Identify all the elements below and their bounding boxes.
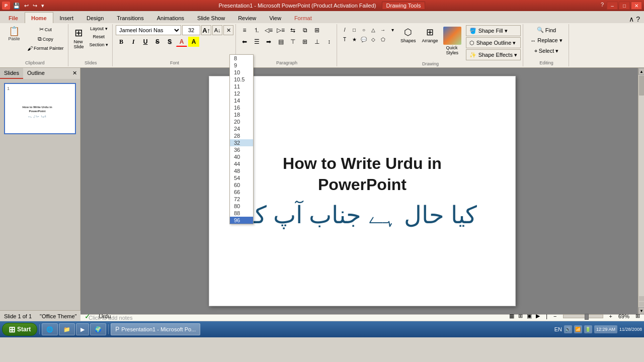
underline-button[interactable]: U [140,37,151,47]
shape-textbox[interactable]: T [340,35,349,44]
shape-star[interactable]: ★ [350,35,359,44]
shape-diamond[interactable]: ◇ [369,35,378,44]
font-size-14[interactable]: 14 [230,97,253,104]
quick-save-icon[interactable]: 💾 [13,3,20,9]
font-size-9[interactable]: 9 [230,62,253,69]
shape-triangle[interactable]: △ [369,25,378,34]
columns-button[interactable]: ⧉ [299,25,310,35]
font-size-down-button[interactable]: A↓ [212,25,222,35]
taskbar-ie-button[interactable]: 🌐 [42,323,58,335]
select-button[interactable]: ⌖ Select ▾ [526,46,567,56]
slide-canvas[interactable]: How to Write Urdu inPowerPoint کیا حال ہ… [209,76,516,306]
font-size-16[interactable]: 16 [230,104,253,111]
italic-button[interactable]: I [128,37,139,47]
font-size-10-5[interactable]: 10.5 [230,76,253,83]
tab-slideshow[interactable]: Slide Show [191,12,231,23]
align-bottom-button[interactable]: ⊥ [311,37,323,47]
layout-button[interactable]: Layout ▾ [88,25,111,32]
numbering-button[interactable]: ⒈ [251,25,262,35]
align-middle-button[interactable]: ⊞ [299,37,310,47]
shapes-button[interactable]: ⬡ Shapes [398,25,419,45]
font-size-54[interactable]: 54 [230,174,253,182]
font-size-60[interactable]: 60 [230,182,253,189]
scroll-thumb[interactable] [639,75,644,96]
cut-button[interactable]: ✂ Cut [25,25,66,34]
shape-rect[interactable]: □ [350,25,359,34]
sys-tray-battery[interactable]: 🔋 [584,325,592,333]
font-size-dropdown[interactable]: 8 9 10 10.5 11 12 14 16 18 20 24 28 32 3… [229,54,254,224]
sys-tray-network[interactable]: 🔊 [564,325,572,333]
font-size-up-button[interactable]: A↑ [201,25,211,35]
font-size-72[interactable]: 72 [230,196,253,203]
reset-button[interactable]: Reset [88,33,111,40]
tab-insert[interactable]: Insert [53,12,80,23]
quick-styles-button[interactable]: QuickStyles [442,25,463,57]
font-size-24[interactable]: 24 [230,125,253,132]
font-size-11[interactable]: 11 [230,83,253,90]
sys-tray-volume[interactable]: 📶 [574,325,582,333]
tab-file[interactable]: File [2,12,25,23]
scroll-extra-2[interactable] [639,302,644,307]
shape-fill-button[interactable]: 🪣 Shape Fill ▾ [466,25,521,36]
tab-animations[interactable]: Animations [150,12,191,23]
shape-oval[interactable]: ○ [359,25,368,34]
taskbar-folder-button[interactable]: 📁 [59,323,75,335]
outline-tab[interactable]: Outline [23,68,49,79]
replace-button[interactable]: ↔ Replace ▾ [526,36,567,45]
maximize-button[interactable]: □ [619,2,630,10]
align-left-button[interactable]: ⬅ [239,37,250,47]
taskbar-media-button[interactable]: ▶ [76,323,89,335]
line-spacing-button[interactable]: ↕ [324,37,335,47]
help-ribbon-icon[interactable]: ? [636,15,640,23]
format-painter-button[interactable]: 🖌 Format Painter [25,44,66,52]
font-size-8[interactable]: 8 [230,55,253,62]
slide-panel-close-button[interactable]: ✕ [69,68,80,79]
find-button[interactable]: 🔍 Find [526,25,567,35]
font-size-input[interactable] [182,25,200,35]
ribbon-collapse-icon[interactable]: ∧ [629,15,634,23]
canvas-right-scrollbar[interactable]: ▲ ▼ [638,68,644,314]
zoom-slider[interactable] [563,314,603,318]
close-button[interactable]: ✕ [631,2,642,10]
redo-icon[interactable]: ↪ [33,3,37,9]
tab-review[interactable]: Review [231,12,263,23]
slide-thumbnail-1[interactable]: 1 How to Write Urdu inPowerPoint کیا حال… [4,83,76,134]
taskbar-ppt-button[interactable]: P Presentation1 - Microsoft Po... [111,323,200,335]
paste-button[interactable]: 📋 Paste [4,25,24,43]
undo-icon[interactable]: ↩ [24,3,29,9]
scroll-extra-1[interactable] [639,296,644,301]
scroll-down-button[interactable]: ▼ [638,307,644,314]
zoom-thumb[interactable] [585,314,589,320]
tab-format[interactable]: Format [288,12,318,23]
copy-button[interactable]: ⧉ Copy [25,35,66,43]
font-color-button[interactable]: A [176,37,187,47]
shape-pentagon[interactable]: ⬠ [378,35,387,44]
tab-home[interactable]: Home [25,12,53,23]
tab-transitions[interactable]: Transitions [110,12,150,23]
justify-button[interactable]: ▤ [275,37,286,47]
tab-design[interactable]: Design [80,12,110,23]
align-right-button[interactable]: ➡ [263,37,274,47]
scroll-up-button[interactable]: ▲ [638,68,644,75]
font-size-32[interactable]: 32 [230,139,253,146]
shadow-button[interactable]: S [164,37,175,47]
font-size-18[interactable]: 18 [230,111,253,118]
text-highlight-button[interactable]: A [188,37,199,47]
font-size-96[interactable]: 96 [230,217,253,224]
start-button[interactable]: ⊞ Start [2,323,37,336]
arrange-button[interactable]: ⊞ Arrange [420,25,441,45]
shape-outline-button[interactable]: ⬡ Shape Outline ▾ [466,37,521,48]
minimize-button[interactable]: – [607,2,618,10]
slides-tab[interactable]: Slides [0,68,23,79]
shape-more[interactable]: ▾ [388,25,397,34]
font-size-88[interactable]: 88 [230,210,253,217]
font-size-80[interactable]: 80 [230,203,253,210]
strikethrough-button[interactable]: S [152,37,163,47]
align-center-button[interactable]: ☰ [251,37,262,47]
shape-effects-button[interactable]: ✨ Shape Effects ▾ [466,49,521,60]
increase-indent-button[interactable]: ▷≡ [275,25,286,35]
font-size-12[interactable]: 12 [230,90,253,97]
font-size-48[interactable]: 48 [230,167,253,174]
font-size-40[interactable]: 40 [230,153,253,160]
shape-line[interactable]: / [340,25,349,34]
